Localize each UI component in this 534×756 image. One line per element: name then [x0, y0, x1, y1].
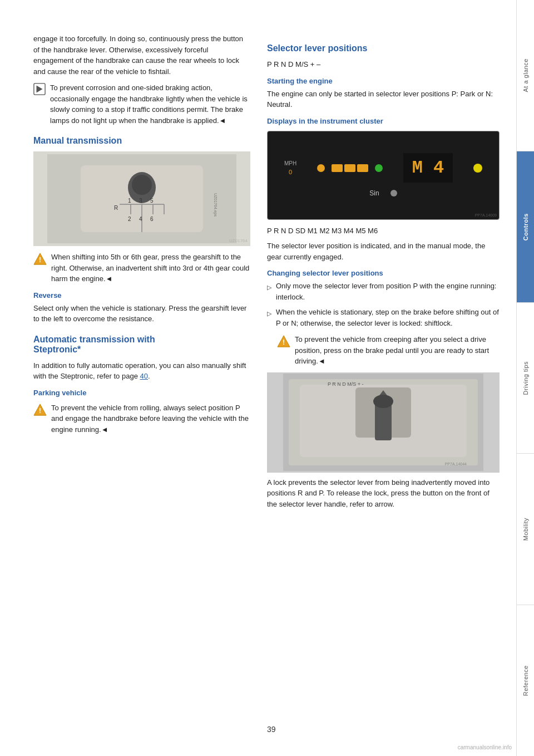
svg-point-5	[132, 175, 152, 195]
selector-lever-image: P R N D M/S + - PP7A.14044	[267, 372, 500, 473]
auto-page-link[interactable]: 40	[140, 372, 148, 380]
sidebar: At a glance Controls Driving tips Mobili…	[516, 0, 534, 756]
sidebar-section-controls[interactable]: Controls	[517, 151, 534, 303]
svg-text:2: 2	[128, 216, 131, 222]
cluster-positions: P R N D SD M1 M2 M3 M4 M5 M6	[267, 225, 500, 237]
svg-text:UZ01764.eps: UZ01764.eps	[213, 193, 217, 217]
indicator-dot-1	[317, 164, 325, 172]
footer-watermark: carmanualsonline.info	[458, 744, 512, 750]
warning-text-1: When shifting into 5th or 6th gear, pres…	[51, 252, 250, 284]
svg-text:!: !	[39, 406, 41, 415]
sidebar-section-driving-tips[interactable]: Driving tips	[517, 303, 534, 454]
cluster-inner: MPH 0 M 4	[268, 148, 499, 203]
manual-transmission-image: 1 3 5 R 2 4 6 UZ01764.eps UZ01764	[33, 151, 250, 246]
auto-transmission-title: Automatic transmission with Steptronic*	[33, 335, 250, 355]
sidebar-label-reference: Reference	[522, 665, 529, 696]
svg-text:6: 6	[150, 216, 154, 222]
sidebar-section-mobility[interactable]: Mobility	[517, 454, 534, 605]
starting-engine-title: Starting the engine	[267, 77, 500, 85]
svg-text:!: !	[39, 256, 41, 264]
image-watermark-2: PP7A.14009	[475, 213, 497, 217]
svg-text:R: R	[114, 205, 118, 211]
indicator-dot-4	[390, 190, 397, 197]
warning-icon-2: !	[33, 403, 47, 416]
note-text-1: To prevent corrosion and one-sided braki…	[50, 82, 250, 126]
changing-selector-title: Changing selector lever positions	[267, 269, 500, 277]
gear-diagram-svg: 1 3 5 R 2 4 6 UZ01764.eps	[47, 154, 236, 243]
right-column: Selector lever positions P R N D M/S + –…	[267, 33, 500, 723]
warning-icon-1: !	[33, 252, 47, 266]
cluster-top: MPH 0 M 4	[273, 153, 493, 183]
creep-note-text: To prevent the vehicle from creeping aft…	[295, 334, 500, 367]
note-icon-1	[33, 83, 46, 95]
svg-text:3: 3	[139, 198, 142, 204]
lock-text: A lock prevents the selector lever from …	[267, 477, 500, 510]
auto-text: In addition to fully automatic operation…	[33, 360, 250, 382]
sidebar-label-at-a-glance: At a glance	[522, 58, 529, 92]
bullet-arrow-2: ▷	[267, 309, 271, 318]
warning-icon-3: !	[277, 335, 290, 348]
indicator-dot-3	[473, 164, 482, 173]
page-number: 39	[267, 725, 276, 734]
parking-title: Parking vehicle	[33, 389, 250, 397]
svg-point-31	[373, 395, 393, 408]
svg-text:4: 4	[139, 216, 142, 222]
bullet-arrow-1: ▷	[267, 283, 271, 292]
note-box-1: To prevent corrosion and one-sided braki…	[33, 82, 250, 126]
manual-transmission-title: Manual transmission	[33, 136, 250, 146]
svg-text:1: 1	[128, 198, 131, 204]
selector-diagram-svg: P R N D M/S + - PP7A.14044	[283, 374, 483, 471]
warning-text-2: To prevent the vehicle from rolling, alw…	[51, 402, 250, 435]
cluster-indicators	[317, 164, 383, 172]
starting-text: The engine can only be started in select…	[267, 89, 500, 110]
left-column: engage it too forcefully. In doing so, c…	[33, 33, 250, 723]
warning-box-3: ! To prevent the vehicle from creeping a…	[277, 334, 500, 367]
selector-lever-title: Selector lever positions	[267, 43, 500, 53]
bullet-1: ▷ Only move the selector lever from posi…	[267, 281, 500, 302]
selector-positions: P R N D M/S + –	[267, 59, 500, 70]
sidebar-label-mobility: Mobility	[522, 518, 529, 541]
displays-title: Displays in the instrument cluster	[267, 117, 500, 125]
bullet-2: ▷ When the vehicle is stationary, step o…	[267, 307, 500, 328]
page-container: engage it too forcefully. In doing so, c…	[0, 0, 534, 756]
sidebar-label-controls: Controls	[522, 213, 529, 240]
svg-marker-1	[37, 86, 43, 93]
reverse-text: Select only when the vehicle is stationa…	[33, 303, 250, 325]
svg-text:5: 5	[150, 198, 154, 204]
svg-text:!: !	[283, 338, 285, 346]
sidebar-label-driving-tips: Driving tips	[522, 361, 529, 395]
intro-text: engage it too forcefully. In doing so, c…	[33, 33, 250, 77]
sidebar-section-reference[interactable]: Reference	[517, 605, 534, 756]
reverse-title: Reverse	[33, 291, 250, 300]
warning-box-2: ! To prevent the vehicle from rolling, a…	[33, 402, 250, 435]
cluster-image: MPH 0 M 4	[267, 131, 500, 220]
cluster-desc: The selector lever position is indicated…	[267, 240, 500, 262]
sidebar-section-at-a-glance[interactable]: At a glance	[517, 0, 534, 151]
cluster-display: M 4	[403, 153, 453, 183]
cluster-sin-label: Sin	[369, 189, 379, 197]
svg-text:P  R  N  D  M/S  +  -: P R N D M/S + -	[328, 381, 364, 387]
main-content: engage it too forcefully. In doing so, c…	[0, 0, 516, 756]
indicator-dot-2	[375, 164, 383, 172]
warning-box-1: ! When shifting into 5th or 6th gear, pr…	[33, 252, 250, 284]
svg-text:PP7A.14044: PP7A.14044	[445, 462, 467, 466]
image-watermark-1: UZ01764	[229, 238, 248, 243]
